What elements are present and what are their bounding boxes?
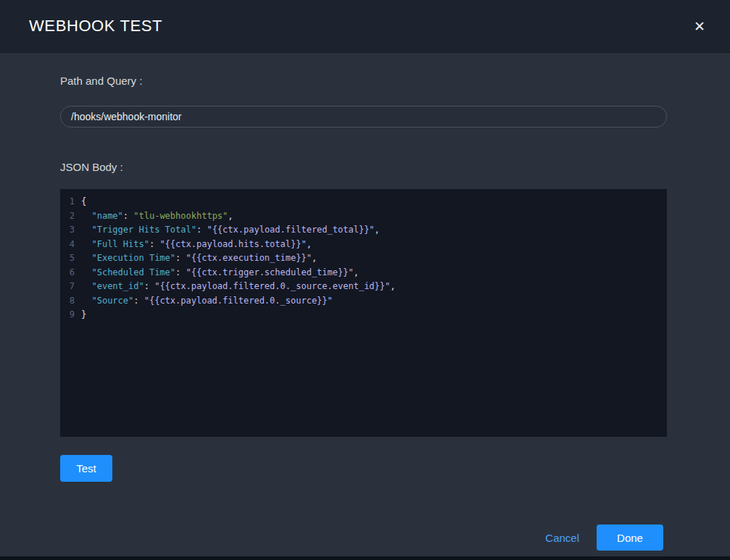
code-text: "Trigger Hits Total": "{{ctx.payload.fil… [81, 223, 380, 238]
line-number: 1 [60, 195, 81, 209]
dialog-footer: Cancel Done [60, 520, 667, 556]
close-icon[interactable]: ✕ [691, 17, 708, 36]
line-number: 6 [60, 266, 81, 280]
code-text: { [81, 195, 86, 209]
line-number: 7 [60, 280, 81, 294]
code-line: 9} [60, 308, 667, 322]
code-line: 1{ [60, 195, 667, 209]
code-text: "Execution Time": "{{ctx.execution_time}… [81, 251, 317, 266]
line-number: 3 [60, 223, 81, 238]
dialog-body: Path and Query : JSON Body : 1{2 "name":… [0, 53, 730, 556]
code-text: "Source": "{{ctx.payload.filtered.0._sou… [81, 294, 333, 309]
webhook-test-dialog: WEBHOOK TEST ✕ Path and Query : JSON Bod… [0, 0, 730, 556]
test-button[interactable]: Test [60, 455, 112, 482]
code-text: "Full Hits": "{{ctx.payload.hits.total}}… [81, 238, 312, 252]
code-line: 8 "Source": "{{ctx.payload.filtered.0._s… [60, 294, 667, 309]
code-text: } [81, 308, 86, 322]
code-text: "event_id": "{{ctx.payload.filtered.0._s… [81, 280, 396, 294]
code-line: 7 "event_id": "{{ctx.payload.filtered.0.… [60, 280, 667, 294]
code-text: "Scheduled Time": "{{ctx.trigger.schedul… [81, 266, 359, 280]
line-number: 8 [60, 294, 81, 309]
code-line: 4 "Full Hits": "{{ctx.payload.hits.total… [60, 238, 667, 252]
line-number: 5 [60, 251, 81, 266]
line-number: 2 [60, 209, 81, 224]
line-number: 4 [60, 238, 81, 252]
path-query-label: Path and Query : [60, 75, 667, 87]
cancel-button[interactable]: Cancel [545, 532, 579, 544]
code-line: 5 "Execution Time": "{{ctx.execution_tim… [60, 251, 667, 266]
code-text: "name": "tlu-webhookhttps", [81, 209, 233, 224]
code-line: 6 "Scheduled Time": "{{ctx.trigger.sched… [60, 266, 667, 280]
dialog-header: WEBHOOK TEST ✕ [0, 0, 730, 53]
dialog-title: WEBHOOK TEST [29, 17, 162, 35]
code-line: 2 "name": "tlu-webhookhttps", [60, 209, 667, 224]
json-body-editor[interactable]: 1{2 "name": "tlu-webhookhttps",3 "Trigge… [60, 189, 667, 437]
line-number: 9 [60, 308, 81, 322]
json-body-label: JSON Body : [60, 161, 667, 173]
done-button[interactable]: Done [597, 525, 663, 551]
code-line: 3 "Trigger Hits Total": "{{ctx.payload.f… [60, 223, 667, 238]
path-query-input[interactable] [60, 106, 667, 128]
